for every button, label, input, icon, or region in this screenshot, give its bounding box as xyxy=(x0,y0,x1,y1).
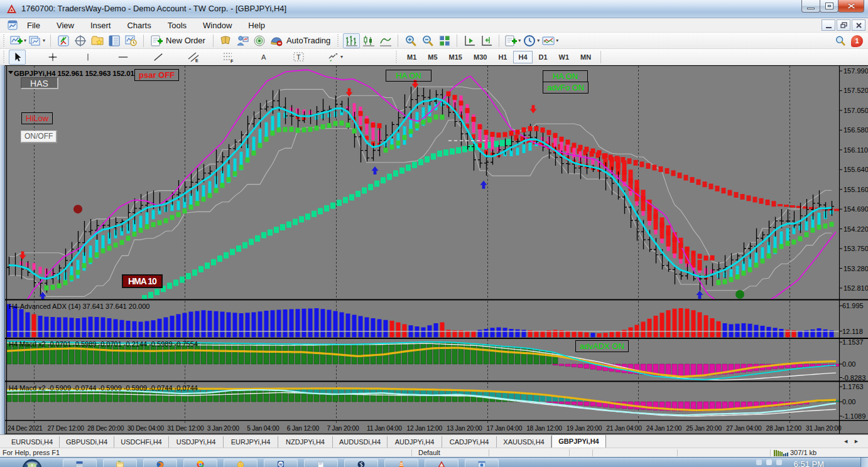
broadcast-button[interactable] xyxy=(251,33,268,48)
tab-scroll-arrows[interactable]: ◄► xyxy=(843,438,864,444)
taskbar-messenger-button[interactable] xyxy=(224,459,258,467)
new-order-button[interactable] xyxy=(148,33,165,48)
new-chart-button[interactable]: ▾ xyxy=(9,33,28,48)
channel-tool-button[interactable]: E xyxy=(185,50,202,65)
chart-tab-eurusdi-h4[interactable]: EURUSDi,H4 xyxy=(5,436,60,448)
trendline-tool-button[interactable] xyxy=(149,50,166,65)
chart-tab-usdjpyi-h4[interactable]: USDJPYi,H4 xyxy=(169,436,224,448)
timeframe-mn-button[interactable]: MN xyxy=(575,51,596,63)
start-button[interactable] xyxy=(18,458,46,467)
strategy-tester-button[interactable] xyxy=(122,33,139,48)
profiles-button[interactable]: ▾ xyxy=(28,33,46,48)
tray-volume-icon[interactable] xyxy=(766,459,772,465)
navigator-button[interactable] xyxy=(89,33,106,48)
dropdown-arrow-icon: ▾ xyxy=(537,38,540,43)
timeframe-m1-button[interactable]: M1 xyxy=(402,51,421,63)
templates-button[interactable]: ▾ xyxy=(541,33,560,48)
menu-insert[interactable]: Insert xyxy=(82,19,119,32)
taskbar-clock[interactable]: 6:51 PM xyxy=(794,459,824,467)
tray-flag-icon[interactable] xyxy=(756,459,762,465)
metaeditor-button[interactable] xyxy=(217,33,234,48)
tile-windows-button[interactable] xyxy=(436,33,453,48)
taskbar-bluetooth-button[interactable] xyxy=(344,459,378,467)
timeframe-w1-button[interactable]: W1 xyxy=(554,51,575,63)
periods-button[interactable]: ▾ xyxy=(522,33,541,48)
chart-tab-cadjpyi-h4[interactable]: CADJPYi,H4 xyxy=(442,436,497,448)
ha-on-label-1[interactable]: HA ON xyxy=(386,70,431,82)
chart-shift-button[interactable] xyxy=(478,33,495,48)
close-button[interactable] xyxy=(838,0,864,13)
zoom-out-button[interactable] xyxy=(419,33,436,48)
indicators-button[interactable]: ▾ xyxy=(503,33,522,48)
minimize-button[interactable] xyxy=(801,0,820,13)
menu-view[interactable]: View xyxy=(48,19,82,32)
arrows-tool-button[interactable]: ▾ xyxy=(325,50,344,65)
chart-tab-usdchfi-h4[interactable]: USDCHFi,H4 xyxy=(114,436,169,448)
chart-bars-button[interactable] xyxy=(343,33,360,48)
timeframe-h1-button[interactable]: H1 xyxy=(493,51,512,63)
autotrading-label[interactable]: AutoTrading xyxy=(286,36,330,45)
taskbar-notepad-button[interactable] xyxy=(304,459,338,467)
psar-toggle-label[interactable]: psar OFF xyxy=(134,69,179,81)
terminal-button[interactable] xyxy=(106,33,122,48)
mdi-minimize-button[interactable] xyxy=(822,19,835,31)
taskbar-chrome-button[interactable] xyxy=(183,459,217,467)
mdi-restore-button[interactable] xyxy=(837,19,850,31)
timeframe-d1-button[interactable]: D1 xyxy=(534,51,553,63)
chart-tab-gbpusdi-h4[interactable]: GBPUSDi,H4 xyxy=(60,436,114,448)
ha-on-label-2[interactable]: HA ON xyxy=(543,70,588,82)
menu-window[interactable]: Window xyxy=(195,19,240,32)
notification-badge[interactable]: 1 xyxy=(851,35,863,47)
chart-line-button[interactable] xyxy=(377,33,394,48)
status-profile[interactable]: Default xyxy=(418,449,440,456)
market-watch-button[interactable] xyxy=(55,33,72,48)
tray-network-icon[interactable] xyxy=(776,459,782,465)
taskbar-metatrader-button[interactable] xyxy=(425,459,458,467)
search-icon[interactable] xyxy=(835,35,846,46)
mdi-close-button[interactable] xyxy=(852,19,865,31)
timeframe-m30-button[interactable]: M30 xyxy=(469,51,492,63)
advfo-on-label[interactable]: advFo ON xyxy=(543,82,589,94)
chart-tab-gbpjpyi-h4[interactable]: GBPJPYi,H4 xyxy=(551,434,606,448)
hilow-toggle-label[interactable]: HiLow xyxy=(21,112,53,124)
chart-tab-audjpyi-h4[interactable]: AUDJPYi,H4 xyxy=(388,436,442,448)
advadx-on-label[interactable]: advADX ON xyxy=(575,340,629,352)
menu-help[interactable]: Help xyxy=(240,19,273,32)
vline-tool-button[interactable] xyxy=(79,50,96,65)
taskbar-ie-button[interactable] xyxy=(465,459,499,467)
hma-label[interactable]: HMA 10 xyxy=(122,274,163,288)
taskbar-firefox-button[interactable] xyxy=(143,459,177,467)
timeframe-m5-button[interactable]: M5 xyxy=(423,51,442,63)
has-button[interactable]: HAS xyxy=(21,77,58,89)
crosshair-tool-button[interactable] xyxy=(44,50,61,65)
text-label-tool-button[interactable]: T xyxy=(290,50,307,65)
show-desktop-button[interactable] xyxy=(860,458,868,467)
price-chart[interactable]: 157.990157.520157.050156.580156.110155.6… xyxy=(0,65,868,434)
text-tool-button[interactable]: A xyxy=(255,50,272,65)
zoom-in-button[interactable] xyxy=(402,33,419,48)
chart-tab-eurjpyi-h4[interactable]: EURJPYi,H4 xyxy=(224,436,278,448)
taskbar-word-button[interactable]: W xyxy=(264,459,298,467)
menu-file[interactable]: File xyxy=(19,19,48,32)
menu-tools[interactable]: Tools xyxy=(160,19,195,32)
chart-tab-audusdi-h4[interactable]: AUDUSDi,H4 xyxy=(333,436,388,448)
chart-candles-button[interactable] xyxy=(360,33,377,48)
taskbar-explorer-folder-button[interactable] xyxy=(103,459,137,467)
onoff-button[interactable]: ON/OFF xyxy=(21,131,57,143)
taskbar-vlc-button[interactable] xyxy=(384,459,418,467)
data-window-button[interactable] xyxy=(72,33,89,48)
auto-scroll-button[interactable] xyxy=(461,33,478,48)
hline-tool-button[interactable] xyxy=(114,50,131,65)
chart-tab-nzdjpyi-h4[interactable]: NZDJPYi,H4 xyxy=(278,436,333,448)
timeframe-h4-button[interactable]: H4 xyxy=(513,51,532,63)
cursor-tool-button[interactable] xyxy=(9,50,26,65)
autotrading-button[interactable] xyxy=(268,33,285,48)
new-order-label[interactable]: New Order xyxy=(166,36,205,45)
maximize-button[interactable] xyxy=(820,0,838,13)
taskbar-onscreen-keyboard-button[interactable] xyxy=(63,459,97,467)
fibonacci-tool-button[interactable]: F xyxy=(220,50,237,65)
chart-tab-xauusdi-h4[interactable]: XAUUSDi,H4 xyxy=(497,436,551,448)
timeframe-m15-button[interactable]: M15 xyxy=(444,51,467,63)
expert-button[interactable] xyxy=(234,33,251,48)
menu-charts[interactable]: Charts xyxy=(119,19,159,32)
